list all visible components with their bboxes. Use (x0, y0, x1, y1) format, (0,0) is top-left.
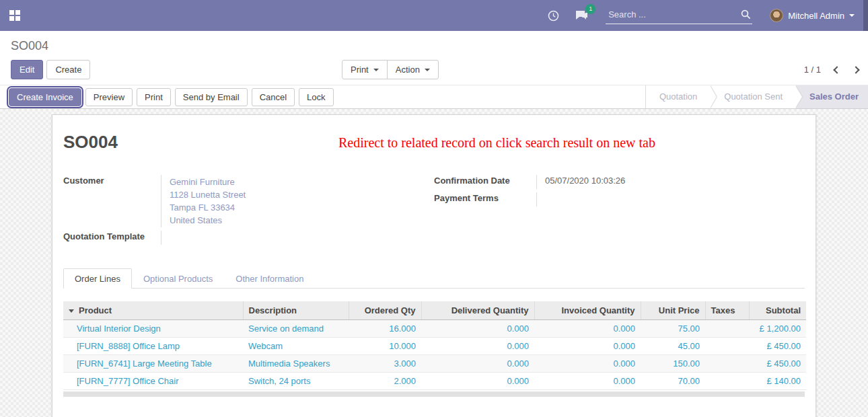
user-name: Mitchell Admin (788, 11, 844, 21)
cell-ordered-qty[interactable]: 10.000 (349, 337, 421, 354)
cell-description[interactable]: Multimedia Speakers (243, 354, 349, 372)
table-row[interactable]: [FURN_6741] Large Meeting Table Multimed… (63, 354, 806, 372)
cell-taxes[interactable] (705, 337, 749, 354)
red-annotation-text: Redirect to related record on click sear… (338, 135, 655, 151)
cell-subtotal[interactable]: £ 1,200.00 (749, 319, 806, 337)
cell-unit-price[interactable]: 45.00 (641, 337, 705, 354)
customer-label: Customer (63, 175, 161, 227)
cell-invoiced-qty[interactable]: 0.000 (534, 354, 641, 372)
column-header-taxes[interactable]: Taxes (705, 301, 749, 319)
notebook-tabs: Order Lines Optional Products Other Info… (63, 268, 805, 289)
print-dropdown-label: Print (351, 64, 369, 75)
navbar-search[interactable] (606, 7, 752, 24)
column-header-ordered-qty[interactable]: Ordered Qty (349, 301, 421, 319)
sales-order-sheet: SO004 Redirect to related record on clic… (52, 114, 816, 417)
create-button[interactable]: Create (46, 60, 90, 79)
cell-delivered-qty[interactable]: 0.000 (421, 372, 534, 389)
apps-menu-icon[interactable] (9, 10, 20, 21)
customer-name-link[interactable]: Gemini Furniture (170, 176, 434, 188)
column-header-subtotal[interactable]: Subtotal (749, 301, 806, 319)
page-scrollbar[interactable] (863, 0, 868, 31)
cell-unit-price[interactable]: 70.00 (641, 372, 705, 389)
messages-chat-icon[interactable]: 1 (575, 9, 588, 22)
customer-city: Tampa FL 33634 (170, 201, 434, 214)
cell-product[interactable]: [FURN_6741] Large Meeting Table (63, 354, 243, 372)
customer-country: United States (170, 214, 434, 227)
cell-description[interactable]: Service on demand (243, 319, 349, 337)
cell-delivered-qty[interactable]: 0.000 (421, 354, 534, 372)
table-header-row: Product Description Ordered Qty Delivere… (63, 301, 806, 319)
cell-description[interactable]: Webcam (243, 337, 349, 354)
cell-subtotal[interactable]: £ 450.00 (749, 337, 806, 354)
tab-other-information[interactable]: Other Information (224, 268, 315, 289)
cell-invoiced-qty[interactable]: 0.000 (534, 372, 641, 389)
action-caret-down-icon (425, 69, 430, 71)
cell-taxes[interactable] (705, 354, 749, 372)
activities-clock-icon[interactable] (546, 9, 560, 22)
order-lines-table: Product Description Ordered Qty Delivere… (63, 301, 806, 390)
customer-street: 1128 Lunetta Street (170, 188, 434, 201)
action-dropdown-button[interactable]: Action (387, 60, 439, 79)
print-dropdown-button[interactable]: Print (342, 60, 388, 79)
payment-terms-value (536, 192, 805, 206)
tab-optional-products[interactable]: Optional Products (132, 268, 224, 289)
stage-quotation[interactable]: Quotation (646, 85, 711, 108)
cell-ordered-qty[interactable]: 3.000 (349, 354, 421, 372)
stage-quotation-sent[interactable]: Quotation Sent (711, 85, 796, 108)
cell-unit-price[interactable]: 75.00 (641, 319, 705, 337)
table-row[interactable]: [FURN_7777] Office Chair Switch, 24 port… (63, 372, 806, 389)
status-stage-bar: Quotation Quotation Sent Sales Order (645, 85, 868, 108)
cell-delivered-qty[interactable]: 0.000 (421, 337, 534, 354)
table-row[interactable]: [FURN_8888] Office Lamp Webcam 10.000 0.… (63, 337, 806, 354)
cancel-button[interactable]: Cancel (252, 88, 295, 106)
action-status-bar: Create Invoice Preview Print Send by Ema… (0, 85, 868, 109)
table-row[interactable]: Virtual Interior Design Service on deman… (63, 319, 806, 337)
customer-value[interactable]: Gemini Furniture 1128 Lunetta Street Tam… (161, 175, 434, 227)
cell-ordered-qty[interactable]: 16.000 (349, 319, 421, 337)
search-magnifier-icon[interactable] (739, 7, 752, 21)
cell-product[interactable]: [FURN_8888] Office Lamp (63, 337, 243, 354)
cell-ordered-qty[interactable]: 2.000 (349, 372, 421, 389)
cell-product[interactable]: Virtual Interior Design (63, 319, 243, 337)
edit-button[interactable]: Edit (11, 60, 43, 79)
column-header-unit-price[interactable]: Unit Price (641, 301, 705, 319)
column-header-invoiced-quantity[interactable]: Invoiced Quantity (534, 301, 641, 319)
top-navbar: 1 Mitchell Admin (0, 0, 868, 31)
user-avatar (770, 9, 783, 22)
user-menu[interactable]: Mitchell Admin (770, 9, 855, 22)
column-header-delivered-quantity[interactable]: Delivered Quantity (421, 301, 534, 319)
form-view-background: SO004 Redirect to related record on clic… (0, 109, 868, 417)
cell-subtotal[interactable]: £ 140.00 (749, 372, 806, 389)
action-dropdown-label: Action (396, 64, 420, 75)
cell-invoiced-qty[interactable]: 0.000 (534, 319, 641, 337)
sort-caret-down-icon (69, 309, 74, 313)
cell-invoiced-qty[interactable]: 0.000 (534, 337, 641, 354)
column-header-product[interactable]: Product (63, 301, 243, 319)
cell-product[interactable]: [FURN_7777] Office Chair (63, 372, 243, 389)
cell-delivered-qty[interactable]: 0.000 (421, 319, 534, 337)
print-button[interactable]: Print (137, 88, 171, 106)
pager-previous-chevron-icon[interactable] (833, 66, 840, 73)
pager-counter: 1 / 1 (804, 65, 821, 75)
cell-unit-price[interactable]: 150.00 (641, 354, 705, 372)
messages-count-badge: 1 (585, 4, 595, 14)
breadcrumb: SO004 (11, 38, 857, 54)
control-panel: SO004 Edit Create Print Action 1 / 1 (0, 31, 868, 85)
search-input[interactable] (606, 7, 739, 22)
table-footer-strip (63, 391, 805, 397)
payment-terms-label: Payment Terms (434, 192, 536, 206)
user-caret-down-icon (849, 14, 855, 17)
tab-order-lines[interactable]: Order Lines (63, 268, 132, 289)
cell-subtotal[interactable]: £ 450.00 (749, 354, 806, 372)
stage-sales-order[interactable]: Sales Order (796, 85, 868, 108)
quotation-template-value (161, 231, 434, 245)
preview-button[interactable]: Preview (85, 88, 133, 106)
cell-taxes[interactable] (705, 319, 749, 337)
cell-taxes[interactable] (705, 372, 749, 389)
pager-next-chevron-icon[interactable] (852, 66, 859, 73)
cell-description[interactable]: Switch, 24 ports (243, 372, 349, 389)
lock-button[interactable]: Lock (299, 88, 333, 106)
create-invoice-button[interactable]: Create Invoice (9, 88, 81, 106)
send-by-email-button[interactable]: Send by Email (175, 88, 248, 106)
column-header-description[interactable]: Description (243, 301, 349, 319)
